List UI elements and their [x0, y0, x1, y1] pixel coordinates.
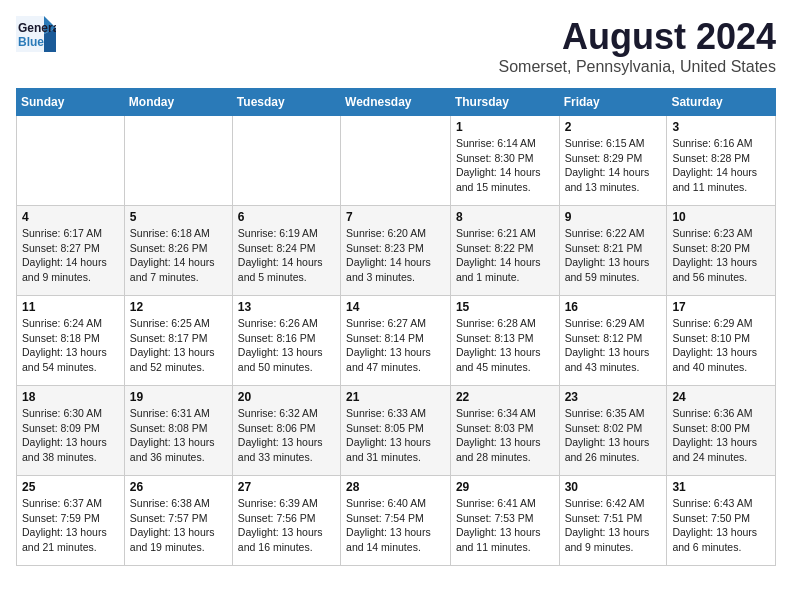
day-info: Sunrise: 6:29 AM Sunset: 8:12 PM Dayligh… — [565, 316, 662, 375]
page-header: GeneralBlue August 2024 Somerset, Pennsy… — [16, 16, 776, 76]
calendar-cell: 19Sunrise: 6:31 AM Sunset: 8:08 PM Dayli… — [124, 386, 232, 476]
title-block: August 2024 Somerset, Pennsylvania, Unit… — [499, 16, 776, 76]
day-info: Sunrise: 6:30 AM Sunset: 8:09 PM Dayligh… — [22, 406, 119, 465]
day-info: Sunrise: 6:27 AM Sunset: 8:14 PM Dayligh… — [346, 316, 445, 375]
day-info: Sunrise: 6:23 AM Sunset: 8:20 PM Dayligh… — [672, 226, 770, 285]
svg-text:Blue: Blue — [18, 35, 44, 49]
day-info: Sunrise: 6:20 AM Sunset: 8:23 PM Dayligh… — [346, 226, 445, 285]
logo-svg: GeneralBlue — [16, 16, 56, 52]
calendar-cell — [17, 116, 125, 206]
calendar-cell: 14Sunrise: 6:27 AM Sunset: 8:14 PM Dayli… — [341, 296, 451, 386]
calendar-cell: 17Sunrise: 6:29 AM Sunset: 8:10 PM Dayli… — [667, 296, 776, 386]
day-info: Sunrise: 6:17 AM Sunset: 8:27 PM Dayligh… — [22, 226, 119, 285]
day-number: 26 — [130, 480, 227, 494]
day-number: 22 — [456, 390, 554, 404]
day-info: Sunrise: 6:38 AM Sunset: 7:57 PM Dayligh… — [130, 496, 227, 555]
day-number: 28 — [346, 480, 445, 494]
day-info: Sunrise: 6:28 AM Sunset: 8:13 PM Dayligh… — [456, 316, 554, 375]
day-info: Sunrise: 6:25 AM Sunset: 8:17 PM Dayligh… — [130, 316, 227, 375]
calendar-cell: 4Sunrise: 6:17 AM Sunset: 8:27 PM Daylig… — [17, 206, 125, 296]
day-number: 5 — [130, 210, 227, 224]
calendar-cell: 31Sunrise: 6:43 AM Sunset: 7:50 PM Dayli… — [667, 476, 776, 566]
calendar-cell: 8Sunrise: 6:21 AM Sunset: 8:22 PM Daylig… — [450, 206, 559, 296]
day-number: 31 — [672, 480, 770, 494]
day-info: Sunrise: 6:26 AM Sunset: 8:16 PM Dayligh… — [238, 316, 335, 375]
day-info: Sunrise: 6:32 AM Sunset: 8:06 PM Dayligh… — [238, 406, 335, 465]
svg-text:General: General — [18, 21, 56, 35]
day-info: Sunrise: 6:34 AM Sunset: 8:03 PM Dayligh… — [456, 406, 554, 465]
day-number: 9 — [565, 210, 662, 224]
day-number: 16 — [565, 300, 662, 314]
calendar-week-3: 11Sunrise: 6:24 AM Sunset: 8:18 PM Dayli… — [17, 296, 776, 386]
day-info: Sunrise: 6:15 AM Sunset: 8:29 PM Dayligh… — [565, 136, 662, 195]
day-number: 30 — [565, 480, 662, 494]
calendar-week-5: 25Sunrise: 6:37 AM Sunset: 7:59 PM Dayli… — [17, 476, 776, 566]
calendar-cell: 23Sunrise: 6:35 AM Sunset: 8:02 PM Dayli… — [559, 386, 667, 476]
day-info: Sunrise: 6:36 AM Sunset: 8:00 PM Dayligh… — [672, 406, 770, 465]
day-info: Sunrise: 6:42 AM Sunset: 7:51 PM Dayligh… — [565, 496, 662, 555]
calendar-cell: 6Sunrise: 6:19 AM Sunset: 8:24 PM Daylig… — [232, 206, 340, 296]
calendar-cell: 27Sunrise: 6:39 AM Sunset: 7:56 PM Dayli… — [232, 476, 340, 566]
day-info: Sunrise: 6:31 AM Sunset: 8:08 PM Dayligh… — [130, 406, 227, 465]
calendar-cell — [124, 116, 232, 206]
calendar-cell: 28Sunrise: 6:40 AM Sunset: 7:54 PM Dayli… — [341, 476, 451, 566]
day-number: 20 — [238, 390, 335, 404]
day-info: Sunrise: 6:18 AM Sunset: 8:26 PM Dayligh… — [130, 226, 227, 285]
day-number: 25 — [22, 480, 119, 494]
day-number: 23 — [565, 390, 662, 404]
calendar-week-4: 18Sunrise: 6:30 AM Sunset: 8:09 PM Dayli… — [17, 386, 776, 476]
calendar-cell: 29Sunrise: 6:41 AM Sunset: 7:53 PM Dayli… — [450, 476, 559, 566]
header-monday: Monday — [124, 89, 232, 116]
calendar-cell: 1Sunrise: 6:14 AM Sunset: 8:30 PM Daylig… — [450, 116, 559, 206]
calendar-cell: 11Sunrise: 6:24 AM Sunset: 8:18 PM Dayli… — [17, 296, 125, 386]
day-number: 7 — [346, 210, 445, 224]
calendar-cell: 15Sunrise: 6:28 AM Sunset: 8:13 PM Dayli… — [450, 296, 559, 386]
day-number: 21 — [346, 390, 445, 404]
day-number: 6 — [238, 210, 335, 224]
day-number: 27 — [238, 480, 335, 494]
calendar-cell: 30Sunrise: 6:42 AM Sunset: 7:51 PM Dayli… — [559, 476, 667, 566]
day-number: 24 — [672, 390, 770, 404]
day-number: 4 — [22, 210, 119, 224]
calendar-cell: 16Sunrise: 6:29 AM Sunset: 8:12 PM Dayli… — [559, 296, 667, 386]
header-friday: Friday — [559, 89, 667, 116]
calendar-cell — [341, 116, 451, 206]
calendar-cell: 2Sunrise: 6:15 AM Sunset: 8:29 PM Daylig… — [559, 116, 667, 206]
day-number: 2 — [565, 120, 662, 134]
day-info: Sunrise: 6:22 AM Sunset: 8:21 PM Dayligh… — [565, 226, 662, 285]
logo: GeneralBlue — [16, 16, 56, 52]
day-info: Sunrise: 6:16 AM Sunset: 8:28 PM Dayligh… — [672, 136, 770, 195]
calendar-week-2: 4Sunrise: 6:17 AM Sunset: 8:27 PM Daylig… — [17, 206, 776, 296]
day-info: Sunrise: 6:29 AM Sunset: 8:10 PM Dayligh… — [672, 316, 770, 375]
day-number: 29 — [456, 480, 554, 494]
day-number: 17 — [672, 300, 770, 314]
calendar-cell: 3Sunrise: 6:16 AM Sunset: 8:28 PM Daylig… — [667, 116, 776, 206]
day-number: 10 — [672, 210, 770, 224]
day-number: 14 — [346, 300, 445, 314]
calendar-cell: 26Sunrise: 6:38 AM Sunset: 7:57 PM Dayli… — [124, 476, 232, 566]
calendar-cell: 5Sunrise: 6:18 AM Sunset: 8:26 PM Daylig… — [124, 206, 232, 296]
day-info: Sunrise: 6:19 AM Sunset: 8:24 PM Dayligh… — [238, 226, 335, 285]
day-number: 19 — [130, 390, 227, 404]
day-info: Sunrise: 6:33 AM Sunset: 8:05 PM Dayligh… — [346, 406, 445, 465]
day-number: 13 — [238, 300, 335, 314]
calendar-cell: 9Sunrise: 6:22 AM Sunset: 8:21 PM Daylig… — [559, 206, 667, 296]
day-number: 18 — [22, 390, 119, 404]
header-thursday: Thursday — [450, 89, 559, 116]
day-info: Sunrise: 6:35 AM Sunset: 8:02 PM Dayligh… — [565, 406, 662, 465]
day-info: Sunrise: 6:37 AM Sunset: 7:59 PM Dayligh… — [22, 496, 119, 555]
header-sunday: Sunday — [17, 89, 125, 116]
day-number: 1 — [456, 120, 554, 134]
day-info: Sunrise: 6:14 AM Sunset: 8:30 PM Dayligh… — [456, 136, 554, 195]
day-number: 3 — [672, 120, 770, 134]
calendar-cell: 12Sunrise: 6:25 AM Sunset: 8:17 PM Dayli… — [124, 296, 232, 386]
day-number: 8 — [456, 210, 554, 224]
calendar-week-1: 1Sunrise: 6:14 AM Sunset: 8:30 PM Daylig… — [17, 116, 776, 206]
day-info: Sunrise: 6:41 AM Sunset: 7:53 PM Dayligh… — [456, 496, 554, 555]
calendar-cell: 22Sunrise: 6:34 AM Sunset: 8:03 PM Dayli… — [450, 386, 559, 476]
day-info: Sunrise: 6:21 AM Sunset: 8:22 PM Dayligh… — [456, 226, 554, 285]
day-number: 11 — [22, 300, 119, 314]
header-saturday: Saturday — [667, 89, 776, 116]
calendar-cell — [232, 116, 340, 206]
month-year: August 2024 — [499, 16, 776, 58]
